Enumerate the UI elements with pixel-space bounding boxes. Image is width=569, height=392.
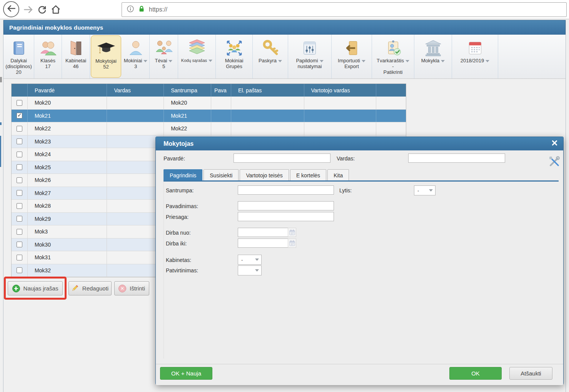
header-pavarde[interactable]: Pavardė xyxy=(28,84,107,97)
table-row[interactable]: Mok20Mok20 xyxy=(12,97,406,110)
new-record-button[interactable]: Naujas įrašas xyxy=(8,281,63,295)
cell-pava xyxy=(211,122,231,135)
kabinetas-select[interactable]: - xyxy=(238,255,262,265)
chevron-down-icon xyxy=(429,189,433,192)
santrumpa-label: Santrumpa: xyxy=(166,187,194,193)
pavadinimas-label: Pavadinimas: xyxy=(166,203,198,209)
header-vardas[interactable]: Vardas xyxy=(107,84,164,97)
row-checkbox[interactable] xyxy=(17,164,22,170)
table-row[interactable]: Mok21Mok21 xyxy=(12,110,406,123)
toolbar-label: Tvarkaraštis xyxy=(377,58,409,63)
row-checkbox[interactable] xyxy=(17,242,22,247)
header-santrumpa[interactable]: Santrumpa xyxy=(164,84,211,97)
modal-tabs: Pagrindinis Susisiekti Vartotojo teisės … xyxy=(164,169,349,181)
address-bar[interactable]: https:// xyxy=(122,2,567,17)
toolbar-item-mokiniai[interactable]: Mokiniai 3 xyxy=(122,35,150,78)
row-checkbox[interactable] xyxy=(17,203,22,209)
toolbar-item-papildomi-nustatymai[interactable]: Papildomi nustatymai xyxy=(288,35,332,78)
header-pava[interactable]: Pava xyxy=(211,84,231,97)
row-checkbox[interactable] xyxy=(17,229,22,235)
tab-body-border xyxy=(164,182,164,359)
cell-pavarde: Mok3 xyxy=(28,225,107,238)
toolbar-label: Grupės xyxy=(226,63,242,69)
table-row[interactable]: Mok22Mok22 xyxy=(12,122,406,135)
priesaga-input[interactable] xyxy=(238,212,334,221)
tab-susisiekti[interactable]: Susisiekti xyxy=(204,169,239,181)
cell-pavarde: Mok25 xyxy=(28,161,107,174)
tab-kita[interactable]: Kita xyxy=(327,169,349,181)
toolbar-label: Export xyxy=(344,63,359,69)
toolbar-item-dalykai[interactable]: Dalykai (disciplinos) 20 xyxy=(3,35,34,78)
url-text[interactable]: https:// xyxy=(149,6,167,13)
toolbar-item-importuoti-export[interactable]: Importuoti Export xyxy=(332,35,372,78)
row-checkbox[interactable] xyxy=(17,267,22,273)
row-checkbox[interactable] xyxy=(17,126,22,132)
tab-underline xyxy=(164,180,559,182)
row-checkbox[interactable] xyxy=(17,100,22,106)
close-icon[interactable] xyxy=(551,140,558,148)
tab-pagrindinis[interactable]: Pagrindinis xyxy=(164,169,202,181)
home-button[interactable] xyxy=(50,4,61,17)
toolbar-item-mokiniai-grupes[interactable]: Mokiniai Grupės xyxy=(216,35,253,78)
toolbar-item-mokykla[interactable]: Mokykla xyxy=(414,35,452,78)
toolbar-item-tevai[interactable]: Tėvai 5 xyxy=(150,35,178,78)
calendar-picker-icon[interactable]: 17 xyxy=(288,228,296,237)
cancel-button[interactable]: Atšaukti xyxy=(509,367,552,380)
header-select[interactable] xyxy=(12,84,28,97)
back-button[interactable] xyxy=(3,1,19,17)
site-info-icon[interactable] xyxy=(127,5,134,14)
lytis-select[interactable]: - xyxy=(414,185,436,195)
dirba-iki-input[interactable] xyxy=(238,239,288,248)
toolbar-item-tvarkarastis[interactable]: Tvarkaraštis - Patikrinti xyxy=(372,35,414,78)
row-checkbox[interactable] xyxy=(17,152,22,157)
header-el-pastas[interactable]: El. paštas xyxy=(231,84,304,97)
toolbar-item-kabinetai[interactable]: Kabinetai 46 xyxy=(62,35,90,78)
header-vartotojo-vardas[interactable]: Vartotojo vardas xyxy=(304,84,377,97)
dialog-footer: OK + Nauja OK Atšaukti xyxy=(156,364,563,385)
chevron-down-icon xyxy=(144,60,147,62)
tab-vartotojo-teises[interactable]: Vartotojo teisės xyxy=(240,169,289,181)
cell-pavarde: Mok30 xyxy=(28,239,107,251)
pavadinimas-input[interactable] xyxy=(238,201,334,210)
cell-santrumpa: Mok20 xyxy=(164,97,211,109)
row-checkbox[interactable] xyxy=(17,255,22,260)
toolbar-count: 17 xyxy=(45,63,50,69)
row-checkbox[interactable] xyxy=(17,216,22,222)
toolbar-item-paskyra[interactable]: Paskyra xyxy=(253,35,288,78)
patvirtinimas-select[interactable] xyxy=(238,265,262,275)
book-icon xyxy=(11,38,27,58)
dirba-nuo-input[interactable] xyxy=(238,228,288,237)
lock-icon[interactable] xyxy=(138,5,145,15)
row-checkbox[interactable] xyxy=(17,113,22,118)
calendar-picker-icon[interactable]: 17 xyxy=(288,239,296,248)
row-checkbox[interactable] xyxy=(17,190,22,196)
row-checkbox[interactable] xyxy=(17,177,22,183)
tab-e-korteles[interactable]: E kortelės xyxy=(290,169,326,181)
toolbar-item-kodu-sarasas[interactable]: Kodų sąrašas xyxy=(178,35,216,78)
ok-new-button[interactable]: OK + Nauja xyxy=(160,367,212,380)
dirba-nuo-field: 17 xyxy=(238,228,296,237)
toolbar-item-school-year[interactable]: 2018/2019 xyxy=(452,35,498,78)
new-record-label: Naujas įrašas xyxy=(23,285,58,292)
header-extra xyxy=(376,84,406,97)
santrumpa-input[interactable] xyxy=(238,185,334,195)
forward-button[interactable] xyxy=(23,4,34,17)
refresh-button[interactable] xyxy=(37,4,47,16)
dialog-title: Mokytojas xyxy=(164,140,194,147)
pavarde-input[interactable] xyxy=(234,153,330,163)
cell-pavarde: Mok22 xyxy=(28,122,107,135)
students-group-icon xyxy=(225,38,244,58)
vardas-input[interactable] xyxy=(408,153,505,163)
row-checkbox[interactable] xyxy=(17,138,22,144)
tools-icon[interactable] xyxy=(549,156,560,167)
cell-pava xyxy=(211,110,231,122)
sliders-icon xyxy=(301,38,319,58)
toolbar-item-klases[interactable]: Klasės 17 xyxy=(34,35,62,78)
back-arrow-icon xyxy=(6,3,16,15)
toolbar-label: Mokykla xyxy=(421,58,445,63)
edit-button[interactable]: Redaguoti xyxy=(68,281,112,295)
toolbar-item-mokytojai[interactable]: Mokytojai 52 xyxy=(91,35,121,78)
ok-button[interactable]: OK xyxy=(449,367,502,380)
delete-button[interactable]: ✕ Ištrinti xyxy=(114,281,149,295)
toolbar-label: Mokytojai xyxy=(95,58,117,64)
